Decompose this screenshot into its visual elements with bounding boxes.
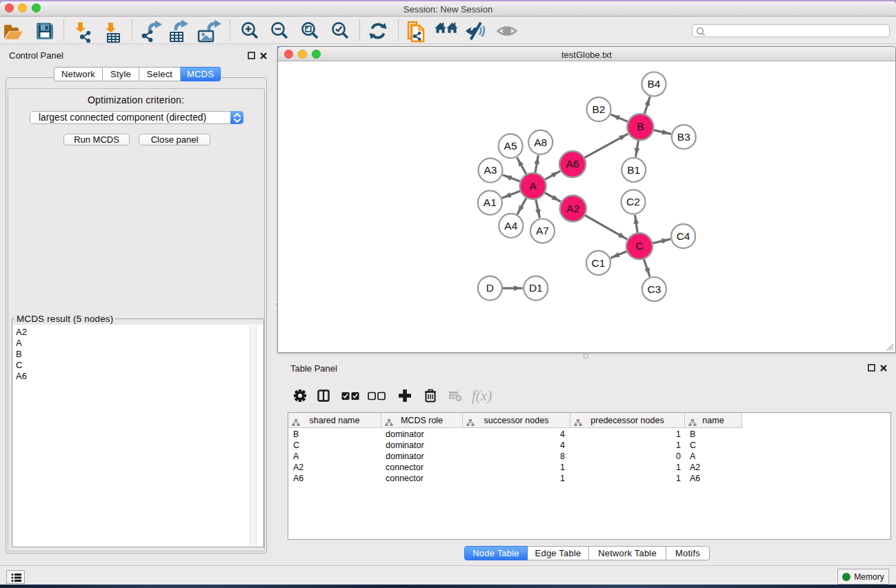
svg-text:C3: C3	[647, 283, 661, 294]
svg-text:A2: A2	[566, 202, 579, 214]
svg-text:A: A	[529, 180, 537, 192]
svg-text:A8: A8	[534, 136, 547, 148]
svg-text:D: D	[486, 282, 493, 294]
svg-text:A7: A7	[536, 225, 549, 236]
svg-text:B2: B2	[592, 103, 605, 114]
svg-text:C4: C4	[676, 230, 690, 241]
svg-text:A4: A4	[504, 219, 517, 231]
svg-text:B: B	[637, 121, 644, 132]
svg-text:A3: A3	[484, 164, 497, 176]
svg-text:B4: B4	[647, 78, 660, 90]
svg-text:C1: C1	[591, 256, 605, 268]
svg-text:C: C	[635, 240, 643, 252]
svg-text:A1: A1	[483, 196, 496, 208]
svg-text:D1: D1	[528, 282, 542, 294]
svg-text:B1: B1	[627, 163, 640, 175]
svg-text:B3: B3	[677, 130, 690, 142]
svg-text:A6: A6	[566, 158, 579, 170]
svg-text:C2: C2	[626, 196, 640, 207]
svg-text:A5: A5	[504, 140, 517, 152]
